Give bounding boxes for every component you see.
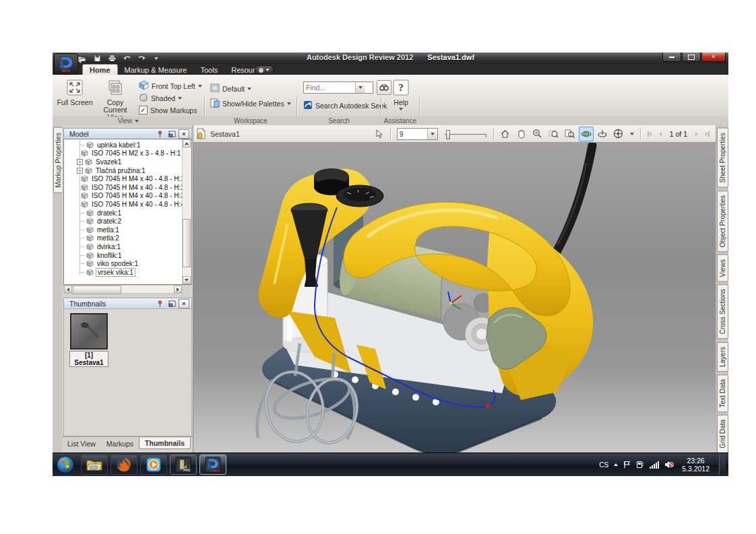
palette-tab[interactable]: Thumbnails [139,438,191,449]
find-input[interactable] [304,84,355,92]
tree-item[interactable]: viko spodek:1 [64,259,182,268]
steering-wheel-icon[interactable] [611,127,626,141]
view-orientation-button[interactable]: Front Top Left [139,80,202,92]
full-screen-button[interactable]: Full Screen [55,79,94,106]
tree-item[interactable]: vrsek vika:1 [64,268,182,277]
zoom-value-combobox[interactable]: 9 [397,128,438,140]
ribbon-tab[interactable]: Tools [194,64,225,75]
ribbon-tab[interactable]: Markup & Measure [118,64,194,75]
scroll-thumb[interactable] [183,219,191,267]
tree-expander-icon[interactable] [77,159,83,165]
float-icon[interactable] [166,129,177,139]
tree-item[interactable]: knoflik:1 [64,251,182,260]
palette-side-tab[interactable]: Cross Sections [717,284,728,339]
pan-icon[interactable] [514,127,529,141]
taskbar-autodesk-design-review[interactable]: REV [199,455,226,475]
language-indicator[interactable]: CS [599,461,608,469]
shading-mode-button[interactable]: Shaded [139,93,182,104]
tree-item[interactable]: ISO 7045 H M4 x 40 - 4.8 - H:2 [64,183,182,192]
ribbon-options-button[interactable] [255,65,274,75]
tree-item[interactable]: dratek:1 [64,209,182,218]
zoom-icon[interactable] [530,127,545,141]
help-button[interactable]: ? Help [385,79,416,110]
first-page-button[interactable] [644,129,655,139]
pin-icon[interactable] [154,129,165,139]
scroll-down-button[interactable] [183,276,191,284]
show-hide-palettes-button[interactable]: Show/Hide Palettes [210,98,291,109]
palette-side-tab[interactable]: Views [717,255,728,282]
close-icon[interactable]: × [179,299,189,308]
palette-tab[interactable]: Markups [101,438,139,449]
thumbnail-image[interactable] [70,313,108,349]
tree-item[interactable]: metla:1 [64,226,182,234]
thumbnail-item[interactable]: [1] Sestava1 [69,313,108,367]
hidden-icons-arrow-icon[interactable] [614,463,618,466]
palette-side-tab[interactable]: Sheet Properties [717,128,728,188]
find-combobox[interactable] [303,81,373,94]
tree-item[interactable]: metla:2 [64,234,182,243]
last-page-button[interactable] [702,129,713,139]
tree-item[interactable]: ISO 7045 H M4 x 40 - 4.8 - H:1 [64,174,182,183]
action-center-flag-icon[interactable] [623,461,631,469]
combo-dropdown-button[interactable] [427,129,437,139]
maximize-button[interactable] [682,53,701,62]
taskbar-windows-media-player[interactable] [140,455,167,475]
show-markups-checkbox[interactable]: ✓ Show Markups [139,106,197,114]
palette-side-tab[interactable]: Layers [717,342,728,372]
pin-icon[interactable] [154,299,165,308]
tool-more-caret-icon[interactable] [627,127,637,141]
network-signal-icon[interactable] [650,461,659,469]
start-button[interactable] [55,455,75,475]
palette-tab[interactable]: List View [62,438,101,449]
home-view-icon[interactable] [498,127,513,141]
tree-vertical-scrollbar[interactable] [182,139,191,284]
taskbar-firefox[interactable] [111,455,137,475]
workspace-default-button[interactable]: Default [210,84,251,94]
close-icon[interactable]: × [179,129,189,139]
tree-item[interactable]: ISO 7045 H M4 x 40 - 4.8 - H:4 [64,200,182,209]
tree-item[interactable]: Svazek1 [64,158,182,166]
close-button[interactable]: × [701,53,726,62]
palette-side-tab[interactable]: Text Data [717,374,728,412]
previous-page-button[interactable] [655,129,666,139]
turntable-icon[interactable] [595,127,610,141]
copy-current-view-button[interactable]: Copy Current View [94,79,136,121]
float-icon[interactable] [166,299,177,308]
tree-item[interactable]: Tlačná pružina:1 [64,166,182,175]
tree-horizontal-scrollbar[interactable] [63,285,183,294]
taskbar-clock[interactable]: 23:26 5.3.2012 [682,457,710,473]
view-group-label[interactable]: View [53,116,204,125]
zoom-window-icon[interactable] [546,127,561,141]
tree-expander-icon[interactable] [77,168,83,174]
scroll-thumb[interactable] [73,286,121,294]
scroll-right-button[interactable] [174,286,182,293]
scroll-left-button[interactable] [64,286,72,293]
palette-side-tab[interactable]: Object Properties [717,191,728,252]
device-icon[interactable] [636,461,644,469]
title-bar: Autodesk Design Review 2012 Sestava1.dwf… [53,53,728,64]
tree-item[interactable]: dvirka:1 [64,242,182,251]
taskbar-autodesk-inventor[interactable]: PRO [170,455,197,475]
palette-side-tab[interactable]: Grid Data [717,415,728,453]
tree-item[interactable]: dratek:2 [64,217,182,226]
select-cursor-icon[interactable] [372,127,387,141]
slider-thumb[interactable] [446,130,450,139]
taskbar-windows-explorer[interactable] [81,455,108,475]
show-desktop-button[interactable] [719,455,726,475]
zoom-fit-icon[interactable] [563,127,577,141]
volume-muted-icon[interactable] [664,461,674,469]
combo-dropdown-button[interactable] [355,82,365,93]
zoom-slider[interactable] [445,129,486,139]
tree-item[interactable]: ISO 7045 H M2 x 3 - 4.8 - H:1 [64,149,182,158]
scroll-up-button[interactable] [183,139,191,147]
tree-item[interactable]: upinka kabel:1 [64,141,182,149]
next-page-button[interactable] [691,129,702,139]
tree-item[interactable]: ISO 7045 H M4 x 40 - 4.8 - H:3 [64,192,182,201]
application-menu-caret-icon[interactable] [78,61,82,63]
search-autodesk-seek-button[interactable]: Search Autodesk Seek [303,100,387,111]
application-menu-button[interactable]: REV [54,53,78,75]
ribbon-tab[interactable]: Home [82,64,118,75]
minimize-button[interactable] [662,53,681,62]
orbit-icon[interactable] [579,127,594,141]
model-viewport[interactable] [193,143,716,453]
